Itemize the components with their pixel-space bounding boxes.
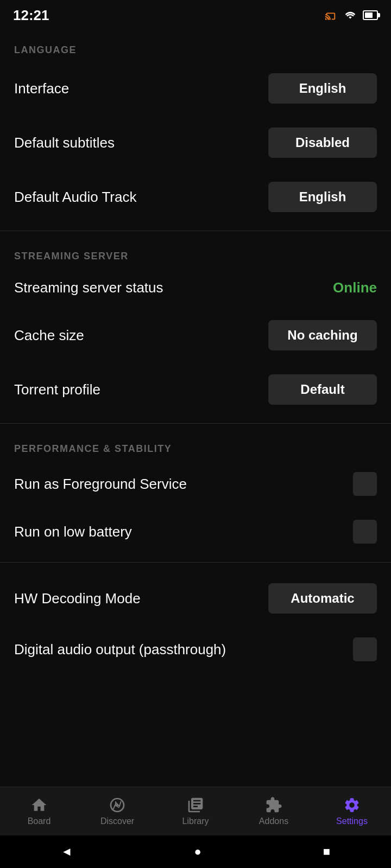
- hw-decoding-button[interactable]: Automatic: [268, 583, 377, 614]
- nav-addons[interactable]: Addons: [235, 796, 313, 826]
- battery-icon: [363, 10, 378, 20]
- nav-addons-label: Addons: [259, 816, 288, 826]
- cache-size-label: Cache size: [14, 327, 268, 344]
- status-time: 12:21: [13, 7, 49, 24]
- performance-section: PERFORMANCE & STABILITY Run as Foregroun…: [0, 427, 391, 556]
- nav-discover[interactable]: Discover: [78, 796, 156, 826]
- nav-settings-label: Settings: [336, 816, 368, 826]
- default-audio-track-button[interactable]: English: [268, 182, 377, 212]
- hw-decoding-label: HW Decoding Mode: [14, 590, 268, 607]
- performance-section-label: PERFORMANCE & STABILITY: [0, 432, 391, 460]
- hw-section: HW Decoding Mode Automatic Digital audio…: [0, 566, 391, 673]
- discover-icon: [109, 796, 126, 814]
- interface-label: Interface: [14, 80, 268, 97]
- recent-button[interactable]: ■: [323, 845, 330, 859]
- digital-audio-label: Digital audio output (passthrough): [14, 641, 353, 658]
- nav-board[interactable]: Board: [0, 796, 78, 826]
- language-section: LANGUAGE Interface English Default subti…: [0, 28, 391, 224]
- settings-content: LANGUAGE Interface English Default subti…: [0, 28, 391, 760]
- default-audio-track-label: Default Audio Track: [14, 189, 268, 206]
- streaming-server-status-setting: Streaming server status Online: [0, 267, 391, 308]
- default-subtitles-button[interactable]: Disabled: [268, 127, 377, 158]
- nav-library[interactable]: Library: [156, 796, 235, 826]
- digital-audio-checkbox[interactable]: [353, 637, 377, 661]
- board-icon: [30, 796, 48, 814]
- run-low-battery-checkbox[interactable]: [353, 520, 377, 544]
- run-foreground-setting: Run as Foreground Service: [0, 460, 391, 508]
- digital-audio-setting: Digital audio output (passthrough): [0, 626, 391, 673]
- settings-icon: [343, 796, 361, 814]
- divider-2: [0, 423, 391, 424]
- nav-board-label: Board: [28, 816, 51, 826]
- torrent-profile-label: Torrent profile: [14, 381, 268, 398]
- status-bar: 12:21: [0, 0, 391, 28]
- interface-button[interactable]: English: [268, 73, 377, 104]
- bottom-nav: Board Discover Library Addons Settings: [0, 787, 391, 835]
- android-nav: ◄ ● ■: [0, 835, 391, 868]
- streaming-server-section-label: STREAMING SERVER: [0, 240, 391, 267]
- default-audio-track-setting: Default Audio Track English: [0, 170, 391, 224]
- cache-size-button[interactable]: No caching: [268, 320, 377, 350]
- hw-decoding-setting: HW Decoding Mode Automatic: [0, 571, 391, 626]
- back-button[interactable]: ◄: [61, 845, 73, 859]
- wifi-icon: [343, 9, 357, 21]
- nav-library-label: Library: [182, 816, 209, 826]
- torrent-profile-setting: Torrent profile Default: [0, 362, 391, 417]
- interface-setting: Interface English: [0, 61, 391, 116]
- run-low-battery-label: Run on low battery: [14, 524, 353, 540]
- run-low-battery-setting: Run on low battery: [0, 508, 391, 556]
- language-section-label: LANGUAGE: [0, 34, 391, 61]
- run-foreground-checkbox[interactable]: [353, 472, 377, 496]
- cache-size-setting: Cache size No caching: [0, 308, 391, 362]
- default-subtitles-label: Default subtitles: [14, 135, 268, 151]
- streaming-server-status-label: Streaming server status: [14, 279, 333, 296]
- streaming-server-section: STREAMING SERVER Streaming server status…: [0, 234, 391, 417]
- home-button[interactable]: ●: [194, 845, 201, 859]
- addons-icon: [265, 796, 282, 814]
- default-subtitles-setting: Default subtitles Disabled: [0, 116, 391, 170]
- nav-discover-label: Discover: [100, 816, 134, 826]
- torrent-profile-button[interactable]: Default: [268, 374, 377, 405]
- library-icon: [187, 796, 204, 814]
- status-icons: [324, 9, 378, 21]
- run-foreground-label: Run as Foreground Service: [14, 476, 353, 493]
- divider-3: [0, 562, 391, 563]
- cast-icon: [324, 9, 338, 21]
- streaming-server-status-value: Online: [333, 279, 377, 296]
- nav-settings[interactable]: Settings: [313, 796, 391, 826]
- divider-1: [0, 231, 391, 231]
